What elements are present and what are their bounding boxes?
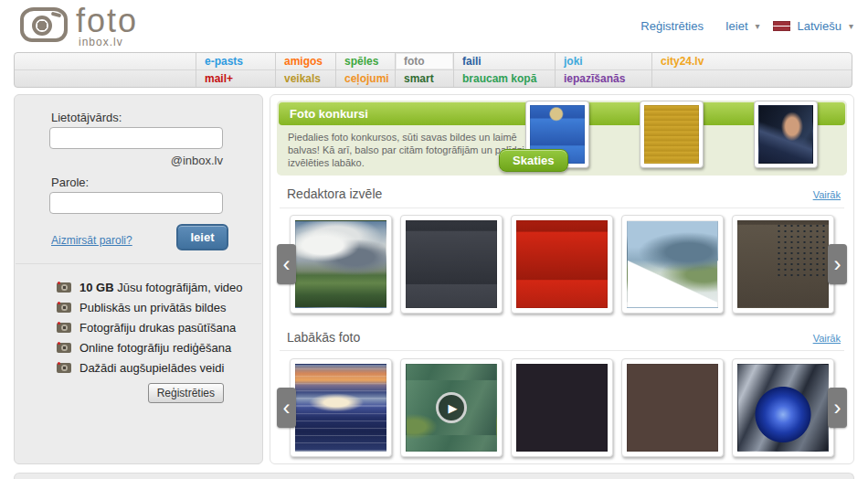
nav-item-foto-active[interactable]: foto bbox=[396, 53, 453, 70]
nav-item-city24[interactable]: city24.lv bbox=[652, 53, 852, 70]
password-input[interactable] bbox=[49, 192, 223, 214]
skaties-button[interactable]: Skaties bbox=[499, 149, 568, 172]
nav-item-amigos[interactable]: amigos bbox=[276, 53, 335, 70]
nav-item-celojumi[interactable]: ceļojumi bbox=[336, 70, 395, 88]
feature-item: Publiskās un privātās bildes bbox=[57, 297, 242, 317]
product-navbar: e-pasts mail+ amigos veikals spēles ceļo… bbox=[14, 52, 852, 88]
site-logo[interactable]: foto inbox.lv bbox=[20, 5, 138, 48]
banner-photo[interactable] bbox=[754, 101, 818, 168]
login-sidebar: Lietotājvārds: @inbox.lv Parole: Aizmirs… bbox=[14, 94, 263, 464]
contest-banner: Foto konkursi Piedalies foto konkursos, … bbox=[277, 101, 847, 176]
forgot-password-link[interactable]: Aizmirsāt paroli? bbox=[51, 234, 132, 247]
banner-text: Piedalies foto konkursos, sūti savas bil… bbox=[288, 131, 525, 169]
language-selector[interactable]: Latviešu bbox=[798, 19, 842, 33]
section-header-editors-choice: Redaktora izvēle Vairāk bbox=[287, 186, 841, 201]
nav-item-speles[interactable]: spēles bbox=[336, 53, 395, 70]
feature-item: Dažādi augšupielādes veidi bbox=[57, 357, 242, 378]
section-divider bbox=[280, 350, 844, 351]
carousel-prev-button[interactable]: ‹ bbox=[277, 244, 296, 284]
photo-card[interactable] bbox=[732, 358, 834, 457]
nav-item-veikals[interactable]: veikals bbox=[276, 70, 335, 88]
chevron-down-icon: ▾ bbox=[756, 21, 760, 31]
section-title: Labākās foto bbox=[287, 330, 360, 345]
header-links: Reģistrēties Ieiet ▾ Latviešu ▾ bbox=[640, 19, 853, 33]
more-link[interactable]: Vairāk bbox=[813, 189, 841, 200]
best-photos-row: ▶ bbox=[280, 358, 844, 457]
register-button[interactable]: Reģistrēties bbox=[148, 383, 224, 403]
section-header-best-photos: Labākās foto Vairāk bbox=[287, 330, 841, 345]
nav-item-iepazisanas[interactable]: iepazīšanās bbox=[556, 70, 651, 88]
editors-choice-row bbox=[280, 215, 844, 314]
photo-card[interactable] bbox=[290, 215, 392, 314]
login-submit-button[interactable]: Ieiet bbox=[176, 224, 228, 250]
carousel-next-button[interactable]: › bbox=[828, 388, 847, 428]
nav-item-mailplus[interactable]: mail+ bbox=[196, 70, 275, 88]
photo-card[interactable] bbox=[621, 215, 724, 314]
feature-list: 10 GB Jūsu fotogrāfijām, video Publiskās… bbox=[57, 277, 242, 378]
photo-card[interactable] bbox=[511, 358, 613, 457]
camera-logo-icon bbox=[20, 5, 68, 46]
username-label: Lietotājvārds: bbox=[51, 111, 122, 124]
login-link[interactable]: Ieiet bbox=[725, 19, 748, 33]
photo-card[interactable] bbox=[290, 358, 392, 457]
chevron-down-icon: ▾ bbox=[849, 21, 853, 31]
camera-bullet-icon bbox=[57, 303, 71, 313]
carousel-next-button[interactable]: › bbox=[828, 244, 847, 284]
photo-card[interactable] bbox=[400, 215, 503, 314]
nav-item-braucam-kopa[interactable]: braucam kopā bbox=[454, 70, 555, 88]
feature-item: Online fotogrāfiju rediģēšana bbox=[57, 337, 242, 357]
section-title: Redaktora izvēle bbox=[287, 186, 382, 201]
photo-card[interactable] bbox=[621, 358, 724, 457]
photo-card[interactable] bbox=[511, 215, 613, 314]
feature-item: 10 GB Jūsu fotogrāfijām, video bbox=[57, 277, 242, 297]
page: foto inbox.lv Reģistrēties Ieiet ▾ Latvi… bbox=[0, 0, 868, 479]
latvian-flag-icon bbox=[773, 21, 790, 31]
nav-item-joki[interactable]: joki bbox=[556, 53, 651, 70]
camera-bullet-icon bbox=[57, 282, 71, 293]
username-input[interactable] bbox=[49, 127, 223, 149]
register-link[interactable]: Reģistrēties bbox=[640, 19, 704, 33]
content-panel: Foto konkursi Piedalies foto konkursos, … bbox=[270, 94, 854, 464]
birds-flock bbox=[776, 223, 826, 276]
photo-card[interactable] bbox=[732, 215, 834, 314]
play-icon: ▶ bbox=[436, 392, 467, 423]
nav-spacer bbox=[15, 53, 196, 87]
more-link[interactable]: Vairāk bbox=[813, 333, 841, 344]
sidebar-divider bbox=[16, 263, 261, 264]
camera-bullet-icon bbox=[57, 363, 71, 373]
camera-bullet-icon bbox=[57, 323, 71, 333]
nav-item-smart[interactable]: smart bbox=[396, 70, 453, 88]
camera-bullet-icon bbox=[57, 343, 71, 353]
domain-suffix: @inbox.lv bbox=[49, 154, 223, 167]
footer-strip bbox=[14, 473, 854, 479]
logo-title: foto bbox=[76, 5, 138, 37]
nav-item-epasts[interactable]: e-pasts bbox=[196, 53, 275, 70]
banner-photo[interactable] bbox=[640, 101, 704, 168]
section-divider bbox=[280, 208, 844, 208]
carousel-prev-button[interactable]: ‹ bbox=[277, 388, 296, 428]
video-card[interactable]: ▶ bbox=[400, 358, 503, 457]
password-label: Parole: bbox=[51, 176, 89, 189]
feature-item: Fotogrāfiju drukas pasūtīšana bbox=[57, 317, 242, 337]
nav-item-faili[interactable]: faili bbox=[454, 53, 555, 70]
